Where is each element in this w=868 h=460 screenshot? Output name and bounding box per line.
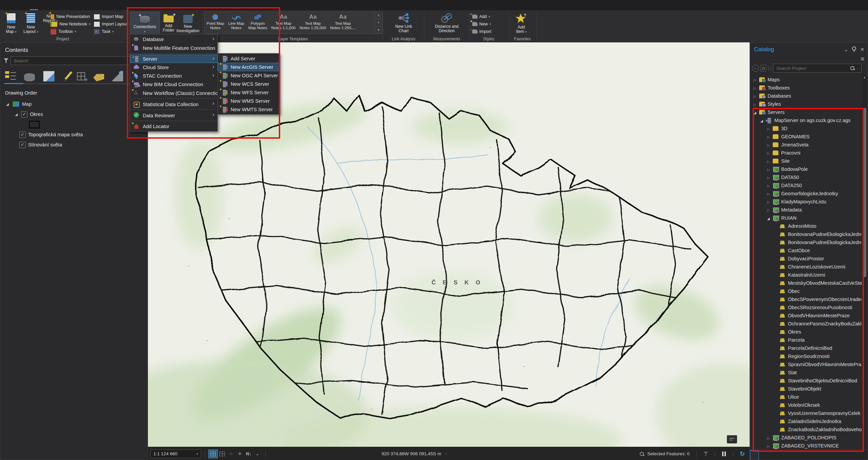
- tree-expand-arrow[interactable]: [766, 215, 771, 221]
- search-icon[interactable]: [850, 66, 854, 70]
- catalog-tree-row[interactable]: DATA50: [750, 173, 862, 181]
- connections-menu-item[interactable]: ★ Statistical Data Collection: [130, 100, 217, 110]
- menu-item[interactable]: [16, 0, 28, 10]
- catalog-tree-row[interactable]: Metadata: [750, 206, 862, 214]
- tree-expand-arrow[interactable]: [766, 199, 771, 204]
- catalog-tree-row[interactable]: VyssiUzemneSamospravnyCelek: [750, 409, 862, 417]
- snap-icon[interactable]: ✛: [235, 450, 244, 458]
- hillshade-checkbox[interactable]: ✓: [19, 142, 26, 148]
- pause-drawing-icon[interactable]: [722, 452, 726, 456]
- catalog-tree-row[interactable]: StavebniObjekt: [750, 385, 862, 393]
- layer-row-topo[interactable]: ✓ Topografická mapa světa: [0, 129, 147, 140]
- tree-expand-arrow[interactable]: [766, 191, 771, 196]
- connections-menu-item[interactable]: ★ Cloud Store: [130, 63, 217, 72]
- tree-expand-arrow[interactable]: [753, 101, 757, 107]
- tree-expand-arrow[interactable]: [766, 126, 771, 131]
- catalog-tree-row[interactable]: RUIAN: [750, 214, 862, 222]
- catalog-tree-row[interactable]: SpravniObvodVHlavnimMestePraze: [750, 360, 862, 368]
- catalog-tree-row[interactable]: CastObce: [750, 246, 862, 255]
- connections-menu-item[interactable]: ★ New BIM Cloud Connection: [130, 80, 217, 88]
- tree-expand-arrow[interactable]: [753, 109, 757, 115]
- connections-menu-item[interactable]: ★ Database: [130, 35, 217, 43]
- catalog-tree-row[interactable]: BonitovanaPudneEkologickaJednotka: [750, 230, 862, 238]
- tree-expand-arrow[interactable]: [753, 77, 757, 82]
- connections-menu-item[interactable]: ★ New Multifile Feature Connection: [130, 43, 217, 54]
- catalog-tree-row[interactable]: DATA250: [750, 181, 862, 189]
- tree-expand-arrow[interactable]: [766, 166, 771, 172]
- pin-icon[interactable]: [852, 47, 856, 52]
- server-submenu-item[interactable]: ★ New WMS Server: [218, 97, 279, 105]
- list-by-selection-icon[interactable]: [43, 71, 55, 82]
- status-chevron-icon[interactable]: ⌄: [253, 450, 262, 458]
- ribbon-small-button[interactable]: Toolbox: [50, 28, 92, 35]
- catalog-search-input[interactable]: [775, 65, 848, 71]
- connections-menu-item[interactable]: ★ Add Locator: [130, 122, 217, 131]
- tree-expand-arrow[interactable]: [766, 175, 771, 180]
- ribbon-small-button[interactable]: Import Layout: [94, 20, 135, 28]
- catalog-scrollbar[interactable]: ▲⌄: [862, 76, 867, 449]
- tree-expand-arrow[interactable]: [753, 93, 757, 99]
- catalog-tree-row[interactable]: Maps: [750, 76, 862, 84]
- catalog-tree-row[interactable]: ObecSPoverenymObecnimUradem: [750, 295, 862, 303]
- catalog-tree-row[interactable]: Pracovni: [750, 149, 862, 157]
- panel-bottom-tab[interactable]: [767, 450, 775, 460]
- menu-item[interactable]: [52, 0, 64, 10]
- catalog-tree-row[interactable]: AdresniMisto: [750, 222, 862, 230]
- home-icon[interactable]: ⌂: [760, 65, 766, 72]
- catalog-tree-row[interactable]: Ulice: [750, 393, 862, 401]
- layer-row-map[interactable]: ◢ Map: [0, 99, 147, 109]
- tree-expand-arrow[interactable]: [766, 443, 771, 448]
- catalog-tree-row[interactable]: Servers: [750, 108, 862, 116]
- catalog-tree-row[interactable]: Site: [750, 157, 862, 165]
- connections-menu-item[interactable]: ★ Server: [130, 55, 217, 63]
- catalog-tree-row[interactable]: GeomorfologickeJednotky: [750, 189, 862, 198]
- server-submenu-item[interactable]: ★ New WFS Server: [218, 88, 279, 97]
- connections-menu-item[interactable]: ★ STAC Connection: [130, 72, 217, 80]
- catalog-tree-row[interactable]: DobyvaciProstor: [750, 255, 862, 263]
- tree-expand-arrow[interactable]: [766, 142, 771, 147]
- panel-chevron-icon[interactable]: ⌄: [844, 47, 848, 52]
- layer-template-item[interactable]: Text MapNotes 1:250,...: [328, 12, 358, 34]
- menu-item[interactable]: [28, 0, 40, 10]
- catalog-tree-row[interactable]: KatastralniUzemi: [750, 271, 862, 279]
- catalog-tree-row[interactable]: BodovaPole: [750, 165, 862, 173]
- catalog-tree-row[interactable]: ZABAGED_POLOHOPIS: [750, 434, 862, 442]
- catalog-filter-icon[interactable]: [768, 67, 771, 69]
- tree-expand-arrow[interactable]: [766, 435, 771, 440]
- server-submenu-item[interactable]: ★ Add Server: [218, 54, 279, 63]
- search-chevron-icon[interactable]: ⌄: [856, 66, 859, 70]
- close-icon[interactable]: ✕: [860, 47, 864, 52]
- back-icon[interactable]: ←: [752, 65, 759, 72]
- catalog-tree-row[interactable]: 3D: [750, 124, 862, 133]
- catalog-tree-row[interactable]: StavebnihoObjektuDefinicniBod: [750, 377, 862, 385]
- catalog-tree-row[interactable]: Stat: [750, 368, 862, 377]
- catalog-tree-row[interactable]: Obec: [750, 287, 862, 295]
- menu-item[interactable]: [89, 0, 101, 10]
- layer-template-item[interactable]: PolygonMap Notes: [246, 12, 269, 34]
- layer-template-item[interactable]: Text MapNotes 1:25,000: [297, 12, 328, 34]
- catalog-tree-row[interactable]: ZABAGED_VRSTEVNICE: [750, 442, 862, 450]
- catalog-tree-row[interactable]: Parcela: [750, 336, 862, 344]
- server-submenu-item[interactable]: ★ New ArcGIS Server: [218, 63, 279, 71]
- list-by-snapping-icon[interactable]: [77, 72, 85, 80]
- layer-row-hillshade[interactable]: ✓ Stínování světa: [0, 140, 147, 150]
- catalog-tree-row[interactable]: RegionSoudrznosti: [750, 352, 862, 360]
- map-message-button[interactable]: [727, 435, 737, 443]
- menu-item[interactable]: [40, 0, 52, 10]
- layer-template-item[interactable]: Point MapNotes: [205, 12, 226, 34]
- catalog-tree-row[interactable]: BonitovanaPudneEkologickaJednotkaDefi...: [750, 238, 862, 246]
- server-submenu-item[interactable]: ★ New OGC API Server: [218, 71, 279, 80]
- catalog-tree-row[interactable]: ChraneneLoziskoveUzemi: [750, 263, 862, 271]
- catalog-tree-row[interactable]: Okres: [750, 328, 862, 336]
- server-submenu-item[interactable]: ★ New WMTS Server: [218, 105, 279, 114]
- catalog-tree-row[interactable]: ObecSRozsirenouPusobnosti: [750, 303, 862, 312]
- catalog-tree-row[interactable]: ParcelaDefinicniBod: [750, 344, 862, 352]
- grid-icon[interactable]: [218, 450, 227, 458]
- server-submenu-item[interactable]: ★ New WCS Server: [218, 80, 279, 88]
- catalog-tree-row[interactable]: KladyMapovychListu: [750, 198, 862, 206]
- catalog-tree-row[interactable]: ObvodVHlavnimMestePraze: [750, 312, 862, 320]
- catalog-tree-row[interactable]: Toolboxes: [750, 84, 862, 92]
- refresh-icon[interactable]: ↻: [740, 450, 745, 458]
- panel-bottom-tab[interactable]: [750, 450, 759, 460]
- tree-expand-arrow[interactable]: [753, 85, 757, 91]
